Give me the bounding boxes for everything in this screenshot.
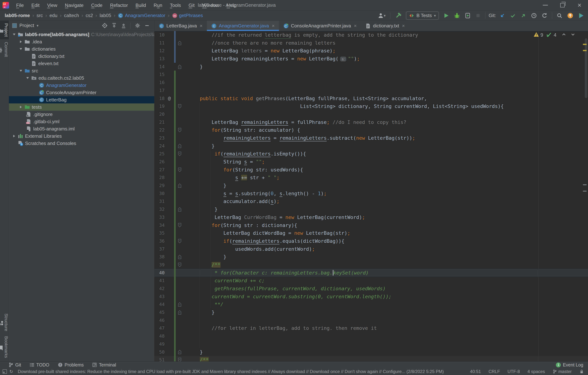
line-number[interactable]: 29: [154, 182, 165, 190]
fold-marker-up[interactable]: [176, 142, 184, 150]
fold-marker-down[interactable]: [176, 261, 184, 269]
code-line-33[interactable]: LetterBag CurrWordBag = new LetterBag(cu…: [184, 213, 588, 221]
tree-item-external-libraries[interactable]: External Libraries: [9, 132, 154, 140]
status-crlf[interactable]: CRLF: [489, 369, 500, 374]
run-button[interactable]: [443, 13, 449, 19]
fold-marker-down[interactable]: [176, 221, 184, 229]
fold-marker-up[interactable]: [176, 301, 184, 308]
line-number[interactable]: 44: [154, 301, 165, 308]
code-line-41[interactable]: currentWord += c;: [184, 277, 588, 285]
run-coverage-button[interactable]: [465, 13, 471, 19]
tree-item-dictionaries[interactable]: dictionaries: [9, 45, 154, 53]
fold-marker-down[interactable]: [176, 166, 184, 174]
build-hammer-button[interactable]: [395, 12, 401, 19]
line-number[interactable]: 30: [154, 190, 165, 198]
breadcrumb-item-caltech[interactable]: caltech: [64, 13, 79, 18]
fold-marker-up[interactable]: [176, 308, 184, 316]
status-message[interactable]: Download pre-built shared indexes: Reduc…: [18, 369, 444, 374]
ide-update-button[interactable]: [567, 12, 573, 19]
code-line-18[interactable]: public static void getPhrases(LetterBag …: [184, 94, 588, 103]
line-number[interactable]: 50: [154, 348, 165, 356]
line-number[interactable]: 37: [154, 245, 165, 253]
code-line-42[interactable]: getPhrases(fullPhrase, currentWord, dict…: [184, 285, 588, 293]
line-number[interactable]: 12: [154, 47, 165, 55]
code-line-28[interactable]: s += str + " ";: [184, 174, 588, 182]
chevron-down-icon[interactable]: [18, 48, 24, 50]
warning-mark[interactable]: [583, 50, 587, 51]
breadcrumb-item-edu[interactable]: edu: [50, 13, 57, 18]
code-line-37[interactable]: usedWords.add(currentWord);: [184, 245, 588, 253]
tree-item-idea[interactable]: .idea: [9, 38, 154, 45]
close-tab-icon[interactable]: ×: [272, 23, 274, 29]
line-number[interactable]: 16: [154, 79, 165, 86]
code-line-22[interactable]: for(String str: accumulator) {: [184, 126, 588, 134]
chevron-right-icon[interactable]: [11, 135, 17, 137]
code-line-34[interactable]: for(String str : dictionary){: [184, 221, 588, 229]
toolwindow-toggle-icon[interactable]: [2, 369, 7, 374]
restore-button[interactable]: [554, 0, 571, 10]
tab-dictionary-txt[interactable]: dictionary.txt×: [361, 21, 409, 31]
close-tab-icon[interactable]: ×: [354, 23, 357, 29]
toolwindow-button-terminal[interactable]: Terminal: [92, 362, 116, 368]
chevron-right-icon[interactable]: [18, 41, 24, 43]
collapse-all-button[interactable]: [121, 23, 126, 28]
line-number[interactable]: 27: [154, 166, 165, 174]
breadcrumb-item-getphrases[interactable]: mgetPhrases: [172, 13, 203, 18]
code-line-29[interactable]: }: [184, 182, 588, 190]
code-line-44[interactable]: **/: [184, 301, 588, 308]
fold-marker-up[interactable]: [176, 205, 184, 213]
stripe-tab-commit[interactable]: Commit: [0, 39, 9, 60]
menu-item-tools[interactable]: Tools: [166, 0, 185, 10]
code-line-20[interactable]: [184, 110, 588, 118]
breadcrumb-item-anagramgenerator[interactable]: CAnagramGenerator: [118, 13, 165, 18]
menu-item-navigate[interactable]: Navigate: [61, 0, 87, 10]
rollback-button[interactable]: [542, 13, 547, 19]
settings-button[interactable]: [135, 23, 140, 28]
search-everywhere-button[interactable]: [556, 13, 562, 19]
line-number[interactable]: 45: [154, 308, 165, 316]
fold-marker-down[interactable]: [176, 237, 184, 245]
code-line-11[interactable]: //once there are no more remaining lette…: [184, 39, 588, 47]
event-log-button[interactable]: 1 Event Log: [556, 362, 583, 368]
menu-item-file[interactable]: File: [12, 0, 28, 10]
fold-marker-up[interactable]: [176, 182, 184, 190]
tree-item-gitlab-ci-yml[interactable]: YML.gitlab-ci.yml: [9, 118, 154, 125]
close-tab-icon[interactable]: ×: [402, 23, 405, 29]
close-tab-icon[interactable]: ×: [200, 23, 202, 29]
line-number[interactable]: 17: [154, 86, 165, 94]
line-number[interactable]: 19: [154, 102, 165, 110]
background-tasks-icon[interactable]: ↻: [10, 369, 13, 374]
status-4-spaces[interactable]: 4 spaces: [528, 369, 545, 374]
code-line-50[interactable]: }: [184, 348, 588, 356]
code-line-24[interactable]: }: [184, 142, 588, 150]
line-number[interactable]: 25: [154, 150, 165, 158]
chevron-down-icon[interactable]: [18, 70, 24, 72]
tree-item-letterbag[interactable]: CLetterBag: [9, 96, 154, 104]
line-number[interactable]: 49: [154, 340, 165, 348]
code-line-27[interactable]: for(String str: usedWords){: [184, 166, 588, 174]
line-number[interactable]: 36: [154, 237, 165, 245]
menu-item-refactor[interactable]: Refactor: [106, 0, 132, 10]
inspection-widget[interactable]: 9 4: [534, 32, 578, 38]
line-number[interactable]: 10: [154, 31, 165, 39]
history-button[interactable]: [531, 13, 537, 19]
code-line-36[interactable]: if(remainingLetters.equals(dictWordBag))…: [184, 237, 588, 245]
breadcrumb-item-src[interactable]: src: [36, 13, 43, 18]
stripe-tab-project[interactable]: Project: [0, 21, 9, 39]
stripe-tab-structure[interactable]: Structure: [0, 311, 9, 334]
code-line-43[interactable]: currentWord = currentWord.substring(0, c…: [184, 293, 588, 301]
line-number[interactable]: 23: [154, 134, 165, 142]
line-number[interactable]: 46: [154, 316, 165, 324]
line-number[interactable]: 20: [154, 110, 165, 118]
code-line-38[interactable]: }: [184, 253, 588, 261]
line-number[interactable]: 35: [154, 229, 165, 237]
stripe-mark[interactable]: [583, 184, 587, 185]
toolwindow-button-git[interactable]: Git: [8, 362, 21, 368]
code-line-19[interactable]: List<String> dictionary, String currentW…: [184, 102, 588, 110]
expand-all-button[interactable]: [111, 23, 117, 28]
chevron-right-icon[interactable]: [18, 106, 24, 108]
code-line-45[interactable]: }: [184, 308, 588, 316]
fold-marker-down[interactable]: [176, 126, 184, 134]
line-number[interactable]: 21: [154, 118, 165, 126]
profile-user-button[interactable]: ▾: [378, 12, 386, 19]
